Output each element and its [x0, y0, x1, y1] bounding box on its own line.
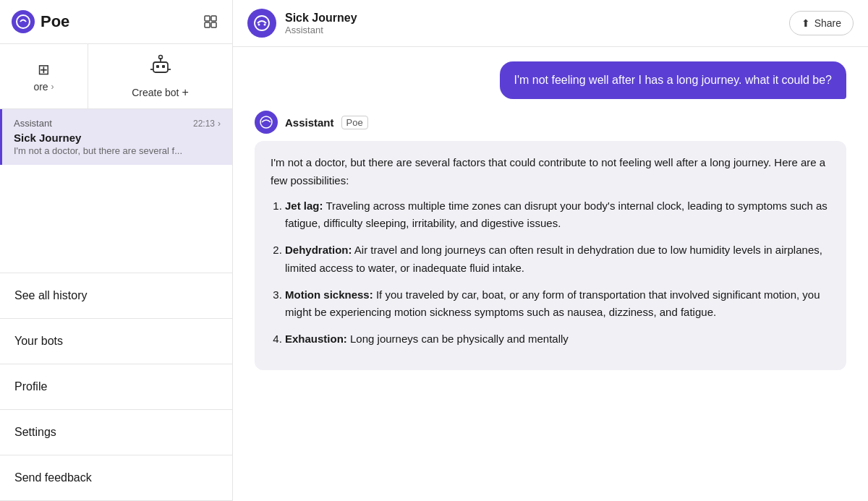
share-label: Share	[814, 17, 841, 29]
create-bot-label: Create bot	[132, 87, 179, 98]
sidebar-nav: See all history Your bots Profile Settin…	[0, 273, 232, 501]
svg-point-12	[255, 16, 269, 30]
item-3-title: Motion sickness:	[285, 288, 373, 301]
your-bots-item[interactable]: Your bots	[0, 319, 232, 364]
explore-label: ore	[33, 81, 48, 93]
assistant-header: Assistant Poe	[255, 111, 846, 134]
share-icon: ⬆	[801, 17, 810, 29]
list-item: Dehydration: Air travel and long journey…	[285, 241, 830, 278]
svg-point-13	[258, 24, 260, 26]
response-intro: I'm not a doctor, but there are several …	[271, 154, 830, 190]
bot-subtitle: Assistant	[285, 25, 780, 35]
robot-icon	[149, 53, 172, 82]
chat-item-bot: Assistant	[14, 118, 52, 129]
svg-rect-5	[153, 62, 168, 72]
svg-rect-4	[211, 22, 216, 27]
bot-name: Sick Journey	[285, 12, 780, 25]
svg-rect-3	[205, 22, 210, 27]
chat-item-time: 22:13	[193, 119, 215, 129]
poe-badge: Poe	[341, 116, 368, 129]
list-item: Jet lag: Traveling across multiple time …	[285, 197, 830, 234]
send-feedback-item[interactable]: Send feedback	[0, 455, 232, 501]
main-area: Sick Journey Assistant ⬆ Share I'm not f…	[233, 0, 868, 501]
user-message-wrap: I'm not feeling well after I has a long …	[255, 61, 846, 99]
item-1-title: Jet lag:	[285, 200, 323, 212]
profile-item[interactable]: Profile	[0, 364, 232, 410]
user-message: I'm not feeling well after I has a long …	[500, 61, 846, 99]
explore-button[interactable]: ⊞ ore ›	[0, 44, 88, 108]
see-all-history-item[interactable]: See all history	[0, 273, 232, 319]
bot-avatar	[247, 9, 276, 38]
svg-rect-1	[205, 16, 210, 21]
chat-item-preview: I'm not a doctor, but there are several …	[14, 145, 221, 156]
create-bot-button[interactable]: Create bot +	[88, 44, 232, 108]
chat-list: Assistant 22:13 › Sick Journey I'm not a…	[0, 109, 232, 273]
explore-arrow-icon: ›	[51, 82, 54, 92]
assistant-name: Assistant	[285, 116, 334, 129]
assistant-message: Assistant Poe I'm not a doctor, but ther…	[255, 111, 846, 370]
messages-area: I'm not feeling well after I has a long …	[233, 47, 868, 501]
list-item: Exhaustion: Long journeys can be physica…	[285, 330, 830, 348]
plus-icon: +	[182, 86, 189, 99]
logo-area: Poe	[12, 10, 69, 33]
explore-icon: ⊞	[38, 61, 50, 78]
sidebar: Poe ⊞ ore ›	[0, 0, 233, 501]
svg-point-14	[264, 24, 266, 26]
assistant-content: I'm not a doctor, but there are several …	[255, 141, 846, 370]
assistant-avatar	[255, 111, 278, 134]
chat-item-chevron-icon: ›	[218, 119, 221, 129]
chat-list-item[interactable]: Assistant 22:13 › Sick Journey I'm not a…	[0, 109, 232, 165]
share-button[interactable]: ⬆ Share	[789, 11, 854, 35]
bot-info: Sick Journey Assistant	[285, 12, 780, 35]
svg-rect-7	[162, 65, 165, 68]
item-2-title: Dehydration:	[285, 244, 352, 256]
item-4-title: Exhaustion:	[285, 333, 347, 345]
svg-point-0	[17, 15, 30, 28]
item-4-text: Long journeys can be physically and ment…	[350, 333, 569, 345]
logo-text: Poe	[41, 12, 69, 31]
list-item: Motion sickness: If you traveled by car,…	[285, 286, 830, 322]
item-2-text: Air travel and long journeys can often r…	[285, 244, 822, 274]
edit-icon[interactable]	[200, 12, 221, 32]
svg-point-9	[158, 56, 162, 59]
svg-rect-2	[211, 16, 216, 21]
response-list: Jet lag: Traveling across multiple time …	[285, 197, 830, 348]
top-actions: ⊞ ore › Create bot +	[0, 44, 232, 109]
chat-header: Sick Journey Assistant ⬆ Share	[233, 0, 868, 47]
logo-icon	[12, 10, 35, 33]
svg-rect-6	[156, 65, 159, 68]
sidebar-header: Poe	[0, 0, 232, 44]
item-1-text: Traveling across multiple time zones can…	[285, 200, 827, 230]
settings-item[interactable]: Settings	[0, 410, 232, 455]
chat-item-title: Sick Journey	[14, 132, 221, 144]
